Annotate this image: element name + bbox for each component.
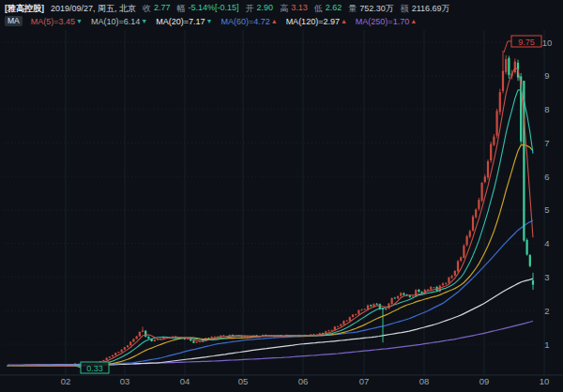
ma-values: MA(5)=3.45▼MA(10)=6.14▼MA(20)=7.17▼MA(60… bbox=[31, 17, 417, 26]
candle-body bbox=[400, 293, 402, 295]
candle-body bbox=[391, 298, 393, 304]
quote-field: 量752.30万 bbox=[348, 3, 394, 15]
ma-toggle-button[interactable]: MA bbox=[5, 16, 23, 26]
ma-value: MA(250)=1.70▲ bbox=[356, 17, 417, 26]
candle-body bbox=[478, 200, 479, 209]
candle-body bbox=[340, 324, 342, 326]
ma-line-ma60 bbox=[8, 220, 533, 366]
arrow-up-icon: ▲ bbox=[271, 17, 278, 25]
quote-field: 高3.13 bbox=[280, 3, 308, 15]
candle-body bbox=[124, 347, 126, 350]
candle-body bbox=[469, 231, 471, 236]
candle-body bbox=[136, 336, 138, 339]
candle-body bbox=[337, 326, 339, 327]
y-axis-label: 4 bbox=[544, 238, 549, 249]
candle-body bbox=[481, 183, 483, 201]
ma-value: MA(120)=2.97▲ bbox=[286, 17, 347, 26]
quote-date: 2019/09/27, 周五, 北京 bbox=[51, 3, 136, 15]
stock-name: [雅高控股] bbox=[5, 3, 44, 15]
high-marker-pointer bbox=[504, 41, 511, 53]
candle-body bbox=[370, 305, 372, 306]
candle-body bbox=[129, 341, 131, 345]
x-axis-label: 06 bbox=[298, 376, 309, 386]
ma-line-ma250 bbox=[8, 322, 533, 366]
candle-body bbox=[331, 330, 333, 331]
candle-body bbox=[490, 144, 492, 161]
candle-body bbox=[433, 287, 434, 288]
candle-body bbox=[132, 339, 134, 341]
candle-body bbox=[154, 339, 156, 341]
x-axis-label: 07 bbox=[359, 376, 370, 386]
y-axis-label: 7 bbox=[544, 138, 549, 148]
quote-field: 幅-5.14%[-0.15] bbox=[177, 3, 239, 15]
ma-value: MA(10)=6.14▼ bbox=[91, 17, 147, 26]
candle-body bbox=[117, 352, 119, 353]
candle-body bbox=[484, 176, 486, 182]
stock-chart-screen: [雅高控股] 2019/09/27, 周五, 北京 收2.77幅-5.14%[-… bbox=[0, 0, 563, 392]
candle-body bbox=[121, 350, 123, 352]
candle-body bbox=[496, 111, 498, 135]
x-axis-label: 09 bbox=[479, 376, 490, 386]
candle-body bbox=[109, 356, 111, 357]
candle-body bbox=[508, 58, 510, 75]
quote-fields: 收2.77幅-5.14%[-0.15]开2.90高3.13低2.62量752.3… bbox=[143, 3, 450, 15]
quote-field: 收2.77 bbox=[143, 3, 171, 15]
candle-body bbox=[367, 306, 369, 309]
x-axis-label: 02 bbox=[61, 376, 71, 386]
arrow-up-icon: ▲ bbox=[341, 17, 347, 25]
y-axis-label: 3 bbox=[544, 272, 549, 282]
candle-body bbox=[349, 317, 351, 321]
arrow-up-icon: ▲ bbox=[410, 17, 417, 25]
candle-body bbox=[199, 341, 201, 342]
candle-body bbox=[451, 276, 453, 278]
candle-body bbox=[502, 71, 504, 92]
x-axis-label: 05 bbox=[238, 376, 249, 386]
candle-body bbox=[454, 271, 456, 276]
y-axis-label: 6 bbox=[544, 172, 549, 182]
low-marker-label: 0.33 bbox=[86, 364, 103, 373]
candle-body bbox=[493, 137, 495, 145]
candle-body bbox=[466, 236, 468, 245]
x-axis-label: 08 bbox=[419, 376, 430, 386]
candle-body bbox=[214, 337, 216, 338]
candle-body bbox=[145, 331, 146, 337]
arrow-down-icon: ▼ bbox=[205, 17, 212, 25]
candle-body bbox=[352, 315, 354, 317]
candle-body bbox=[147, 337, 149, 339]
candle-body bbox=[127, 345, 129, 347]
candle-body bbox=[114, 353, 116, 354]
quote-field: 低2.62 bbox=[314, 3, 342, 15]
ma-line-ma120 bbox=[8, 279, 533, 366]
ma-indicator-bar: MA MA(5)=3.45▼MA(10)=6.14▼MA(20)=7.17▼MA… bbox=[5, 16, 417, 26]
y-axis-label: 5 bbox=[544, 204, 549, 215]
candle-body bbox=[427, 290, 429, 291]
candle-body bbox=[346, 321, 348, 322]
quote-field: 开2.90 bbox=[246, 3, 274, 15]
candle-body bbox=[472, 217, 474, 231]
candle-body bbox=[403, 294, 404, 295]
x-axis-label: 10 bbox=[540, 376, 550, 386]
candle-body bbox=[106, 358, 108, 360]
candle-body bbox=[460, 257, 462, 261]
candle-body bbox=[334, 326, 336, 329]
candle-body bbox=[445, 283, 447, 284]
candle-body bbox=[388, 304, 389, 309]
y-axis-label: 8 bbox=[544, 104, 549, 114]
candle-body bbox=[529, 255, 531, 266]
candle-body bbox=[430, 287, 432, 289]
candle-body bbox=[342, 321, 344, 324]
candle-body bbox=[442, 283, 444, 285]
candle-body bbox=[112, 355, 114, 357]
high-marker-label: 9.75 bbox=[518, 38, 535, 47]
ma-line-ma5 bbox=[8, 68, 533, 367]
ma-value: MA(5)=3.45▼ bbox=[31, 17, 83, 26]
candle-body bbox=[364, 309, 366, 309]
candle-body bbox=[394, 298, 396, 299]
candle-body bbox=[376, 304, 378, 305]
y-axis-label: 1 bbox=[544, 339, 549, 350]
candle-body bbox=[355, 314, 357, 315]
candle-body bbox=[211, 337, 213, 339]
candle-body bbox=[139, 332, 141, 337]
candle-body bbox=[526, 240, 528, 254]
candle-body bbox=[412, 296, 414, 297]
